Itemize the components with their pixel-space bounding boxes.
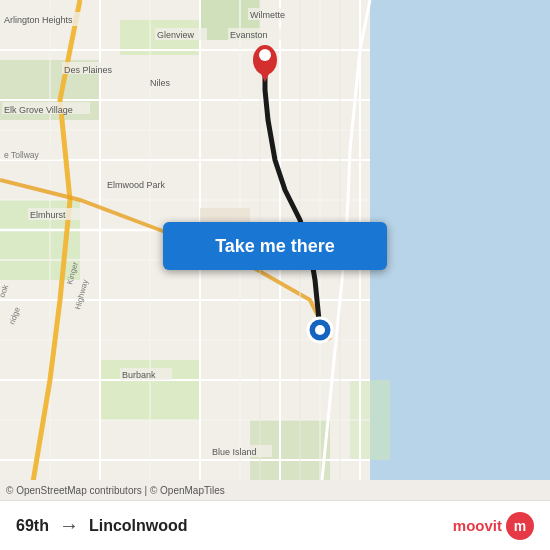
svg-rect-1 <box>370 0 550 500</box>
svg-point-64 <box>315 325 325 335</box>
svg-text:Elmhurst: Elmhurst <box>30 210 66 220</box>
svg-text:Burbank: Burbank <box>122 370 156 380</box>
route-to-label: Lincolnwood <box>89 517 188 535</box>
svg-text:Des Plaines: Des Plaines <box>64 65 113 75</box>
svg-text:Elk Grove Village: Elk Grove Village <box>4 105 73 115</box>
route-from-label: 69th <box>16 517 49 535</box>
svg-text:Niles: Niles <box>150 78 171 88</box>
moovit-logo: moovit m <box>453 512 534 540</box>
bottom-bar: 69th → Lincolnwood moovit m <box>0 500 550 550</box>
moovit-icon: m <box>506 512 534 540</box>
svg-rect-42 <box>200 208 250 222</box>
attribution-text: © OpenStreetMap contributors | © OpenMap… <box>6 485 225 496</box>
svg-text:Wilmette: Wilmette <box>250 10 285 20</box>
svg-point-66 <box>259 49 271 61</box>
take-me-there-button[interactable]: Take me there <box>163 222 387 270</box>
svg-text:Arlington Heights: Arlington Heights <box>4 15 73 25</box>
svg-text:Evanston: Evanston <box>230 30 268 40</box>
svg-text:Elmwood Park: Elmwood Park <box>107 180 166 190</box>
svg-text:e Tollway: e Tollway <box>4 150 40 160</box>
svg-text:Blue Island: Blue Island <box>212 447 257 457</box>
map-container: Arlington Heights Des Plaines Niles Evan… <box>0 0 550 500</box>
route-arrow-icon: → <box>59 514 79 537</box>
moovit-brand-text: moovit <box>453 517 502 534</box>
map-attribution: © OpenStreetMap contributors | © OpenMap… <box>0 480 550 500</box>
moovit-letter: m <box>514 518 526 534</box>
svg-text:Glenview: Glenview <box>157 30 195 40</box>
